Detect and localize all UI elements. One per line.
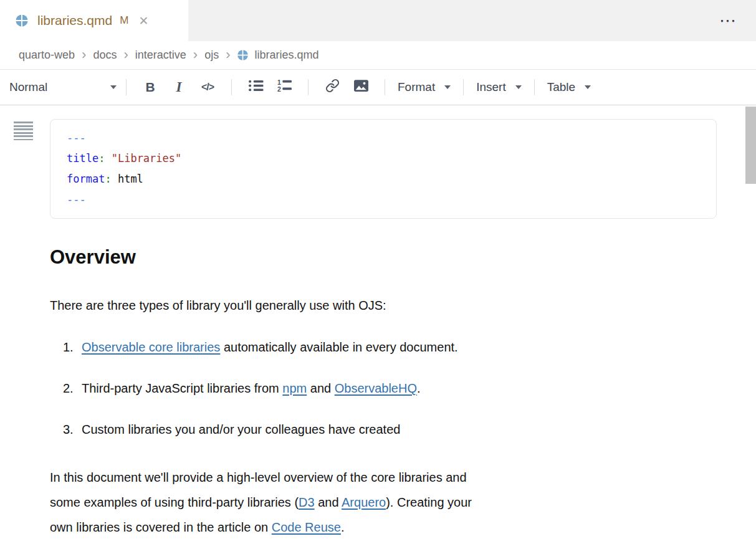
closing-paragraph[interactable]: In this document we'll provide a high-le… [50, 465, 686, 540]
text-segment: "Libraries" [112, 152, 182, 165]
intro-paragraph[interactable]: There are three types of library you'll … [50, 296, 717, 315]
tab-bar: libraries.qmd M ✕ ⋯ [0, 0, 756, 41]
list-item-text: Observable core libraries automatically … [82, 338, 458, 356]
text-segment: own libraries is covered in the article … [50, 520, 272, 534]
insert-menu-label: Insert [476, 80, 506, 94]
formatting-toolbar: Normal B I </> 1 2 [0, 70, 756, 105]
yaml-line: --- [67, 189, 700, 210]
text-segment: : [98, 152, 105, 165]
breadcrumb-item-quarto-web[interactable]: quarto-web [19, 49, 75, 62]
svg-text:1: 1 [277, 79, 281, 86]
yaml-line: --- [67, 128, 700, 148]
document-body: --- title: "Libraries" format: html --- … [0, 105, 756, 540]
text-segment: title [67, 152, 98, 165]
block-drag-handle-icon[interactable] [14, 122, 33, 140]
doc-link[interactable]: Arquero [342, 495, 386, 509]
yaml-line: format: html [67, 169, 700, 189]
editor-content: --- title: "Libraries" format: html --- … [0, 105, 756, 553]
close-icon[interactable]: ✕ [138, 15, 148, 27]
doc-link[interactable]: Code Reuse [272, 520, 341, 534]
vertical-scrollbar[interactable] [745, 107, 756, 184]
toolbar-separator [385, 79, 385, 95]
text-segment: Third-party JavaScript libraries from [82, 381, 282, 395]
text-segment: some examples of using third-party libra… [50, 495, 299, 509]
modified-badge: M [120, 14, 128, 27]
insert-menu[interactable]: Insert [476, 80, 522, 94]
ordered-list-icon: 1 2 [277, 79, 292, 95]
bullet-list-button[interactable] [246, 76, 265, 98]
image-icon [353, 79, 369, 95]
yaml-line: title: "Libraries" [67, 148, 700, 169]
link-icon [325, 79, 340, 96]
text-segment: In this document we'll provide a high-le… [50, 470, 467, 484]
list-item[interactable]: 3. Custom libraries you and/or your coll… [50, 420, 717, 439]
toolbar-separator [534, 79, 535, 95]
text-segment: . [341, 520, 345, 534]
text-segment: and [315, 495, 342, 509]
ellipsis-icon: ⋯ [719, 11, 737, 31]
text-segment: and [307, 381, 334, 395]
text-segment: html [112, 173, 143, 185]
chevron-right-icon: › [193, 48, 198, 62]
table-menu[interactable]: Table [547, 80, 591, 94]
chevron-down-icon [444, 85, 451, 89]
text-segment: ). Creating your [386, 495, 472, 509]
text-segment [105, 152, 111, 165]
heading-overview[interactable]: Overview [50, 246, 717, 269]
list-item[interactable]: 2. Third-party JavaScript libraries from… [50, 379, 717, 398]
chevron-right-icon: › [123, 48, 128, 62]
toolbar-separator [231, 79, 232, 95]
ordered-list: 1. Observable core libraries automatical… [50, 338, 717, 439]
text-segment: Custom libraries you and/or your colleag… [82, 423, 400, 436]
text-segment: : [105, 173, 111, 185]
paragraph-style-select[interactable]: Normal [9, 80, 117, 94]
breadcrumb-file-label: libraries.qmd [254, 49, 318, 62]
text-segment: --- [67, 193, 86, 206]
yaml-front-matter-block[interactable]: --- title: "Libraries" format: html --- [50, 119, 717, 219]
chevron-down-icon [515, 85, 522, 89]
format-menu-label: Format [398, 80, 435, 94]
link-button[interactable] [323, 76, 342, 98]
doc-link[interactable]: Observable core libraries [82, 340, 220, 354]
list-number: 2. [63, 379, 82, 398]
list-number: 1. [63, 338, 82, 356]
list-item-text: Third-party JavaScript libraries from np… [82, 379, 421, 398]
toolbar-separator [463, 79, 464, 95]
bold-button[interactable]: B [141, 76, 160, 98]
chevron-down-icon [585, 85, 591, 89]
doc-link[interactable]: ObservableHQ [335, 381, 417, 395]
italic-button[interactable]: I [170, 76, 188, 98]
breadcrumb-item-ojs[interactable]: ojs [204, 49, 219, 62]
text-segment: automatically available in every documen… [220, 340, 457, 354]
tab-title: libraries.qmd [37, 13, 112, 28]
visual-editor-window: libraries.qmd M ✕ ⋯ quarto-web › docs › … [0, 0, 756, 554]
list-item[interactable]: 1. Observable core libraries automatical… [50, 338, 717, 356]
breadcrumb: quarto-web › docs › interactive › ojs › … [0, 41, 756, 70]
toolbar-separator [126, 79, 127, 95]
breadcrumb-item-interactive[interactable]: interactive [135, 49, 186, 62]
chevron-right-icon: › [226, 48, 230, 62]
list-number: 3. [63, 420, 82, 439]
chevron-right-icon: › [82, 48, 86, 62]
doc-link[interactable]: D3 [299, 495, 315, 509]
table-menu-label: Table [547, 80, 575, 94]
text-segment: . [417, 381, 421, 395]
more-actions-button[interactable]: ⋯ [701, 0, 756, 41]
chevron-down-icon [110, 85, 117, 89]
toolbar-separator [308, 79, 309, 95]
breadcrumb-item-file[interactable]: libraries.qmd [237, 49, 318, 62]
text-segment: format [67, 173, 105, 185]
doc-link[interactable]: npm [282, 381, 307, 395]
bullet-list-icon [248, 79, 264, 95]
svg-text:2: 2 [277, 86, 281, 92]
inline-code-button[interactable]: </> [198, 76, 217, 98]
image-button[interactable] [352, 76, 370, 98]
list-item-text: Custom libraries you and/or your colleag… [82, 420, 400, 439]
paragraph-style-label: Normal [9, 80, 47, 94]
format-menu[interactable]: Format [398, 80, 451, 94]
tab-libraries-qmd[interactable]: libraries.qmd M ✕ [0, 0, 188, 41]
ordered-list-button[interactable]: 1 2 [275, 76, 294, 98]
quarto-file-icon [15, 14, 29, 27]
breadcrumb-item-docs[interactable]: docs [93, 49, 117, 62]
text-segment: --- [67, 131, 86, 144]
